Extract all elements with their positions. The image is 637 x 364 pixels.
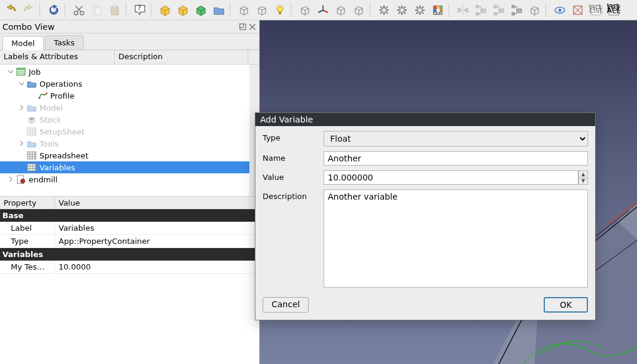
tree1-icon[interactable]: [473, 2, 489, 19]
whatsthis-icon[interactable]: ?: [132, 2, 148, 19]
property-row[interactable]: TypeApp::PropertyContainer: [0, 235, 259, 248]
combo-view-title: Combo View: [2, 22, 237, 32]
tree-scroll-gutter-header: [248, 50, 259, 64]
tree-item-job[interactable]: Job: [0, 66, 259, 78]
undo-icon[interactable]: [2, 2, 19, 19]
partslistall-icon[interactable]: PartsListALL: [605, 2, 622, 19]
boxwire1-icon[interactable]: [236, 2, 252, 19]
combo-view-titlebar: Combo View: [0, 20, 259, 33]
boxshift-icon[interactable]: [350, 2, 367, 19]
spin-down-icon[interactable]: ▼: [579, 178, 587, 185]
axes-icon[interactable]: [315, 2, 331, 19]
gear2-icon[interactable]: [394, 2, 410, 19]
property-header-property[interactable]: Property: [0, 197, 55, 209]
copy-icon[interactable]: [89, 2, 105, 19]
svg-rect-5: [113, 5, 117, 8]
property-row[interactable]: My Tes…10.0000: [0, 261, 259, 274]
bulb-icon[interactable]: [272, 2, 288, 19]
description-textarea[interactable]: Another variable: [324, 189, 588, 287]
folder-icon: [26, 79, 37, 88]
property-value[interactable]: App::PropertyContainer: [55, 235, 259, 247]
paste-icon[interactable]: [106, 2, 123, 19]
boxpersp-icon[interactable]: [333, 2, 349, 19]
tree-item-label: endmill: [29, 175, 57, 184]
toolbar-separator: [545, 3, 549, 17]
svg-point-12: [401, 9, 403, 11]
ok-button[interactable]: OK: [544, 297, 588, 313]
tree-item-label: Job: [29, 68, 41, 77]
value-input[interactable]: [324, 170, 578, 185]
property-header-value[interactable]: Value: [55, 197, 259, 209]
model-tree[interactable]: JobOperationsProfileModelStockSetupSheet…: [0, 65, 259, 196]
svg-rect-3: [95, 8, 101, 15]
tree2-icon[interactable]: [490, 2, 507, 19]
panel-float-icon[interactable]: [239, 23, 247, 31]
label-value: Value: [263, 170, 319, 182]
property-key: My Tes…: [0, 261, 55, 273]
toolbar-separator: [370, 3, 373, 17]
svg-rect-30: [518, 9, 522, 13]
expander-icon[interactable]: [18, 80, 25, 87]
tab-tasks[interactable]: Tasks: [45, 35, 84, 50]
toolbar-separator: [65, 3, 68, 17]
box-yellow-icon[interactable]: [157, 2, 173, 19]
property-value[interactable]: Variables: [55, 222, 259, 234]
eye-icon[interactable]: [551, 2, 568, 19]
refresh-icon[interactable]: [45, 2, 62, 19]
svg-point-32: [559, 8, 562, 11]
expander-icon[interactable]: [7, 68, 14, 75]
spin-up-icon[interactable]: ▲: [579, 171, 587, 178]
expander-icon[interactable]: [7, 176, 14, 183]
expander-icon[interactable]: [18, 140, 25, 147]
tree-item-label: Variables: [39, 163, 75, 172]
svg-rect-41: [240, 24, 246, 30]
cancel-button[interactable]: Cancel: [263, 297, 309, 313]
tree-item-stock[interactable]: Stock: [0, 114, 259, 126]
expander-icon[interactable]: [18, 104, 25, 111]
treebox-icon[interactable]: [508, 2, 525, 19]
partslist-icon[interactable]: PartsList: [587, 2, 604, 19]
tree-item-spreadsheet[interactable]: Spreadsheet: [0, 149, 259, 161]
toolbar-separator: [126, 3, 129, 17]
tree-header-description[interactable]: Description: [115, 50, 248, 64]
redo-icon[interactable]: [20, 2, 37, 19]
mirror-icon[interactable]: [455, 2, 471, 19]
property-row[interactable]: LabelVariables: [0, 222, 259, 235]
panel-close-icon[interactable]: [248, 23, 257, 31]
folder-icon[interactable]: [211, 2, 227, 19]
crossbox-icon[interactable]: [569, 2, 586, 19]
property-value[interactable]: 10.0000: [55, 261, 259, 273]
tree-item-operations[interactable]: Operations: [0, 78, 259, 90]
tree-item-tools[interactable]: Tools: [0, 137, 259, 149]
boxdash-icon[interactable]: [297, 2, 313, 19]
gear1-icon[interactable]: [376, 2, 392, 19]
tree-item-endmill[interactable]: endmill: [0, 173, 259, 185]
svg-rect-44: [17, 68, 25, 70]
tree-item-label: Operations: [39, 79, 82, 88]
cut-icon[interactable]: [71, 2, 87, 19]
boxstack-icon[interactable]: [526, 2, 543, 19]
tree-header-labels[interactable]: Labels & Attributes: [0, 50, 115, 64]
gear3-icon[interactable]: [412, 2, 428, 19]
svg-rect-17: [437, 6, 440, 9]
box-green-icon[interactable]: [193, 2, 209, 19]
tree-item-variables[interactable]: Variables: [0, 161, 259, 173]
svg-point-10: [383, 9, 385, 11]
toolbar-separator: [449, 3, 452, 17]
type-select[interactable]: Float: [324, 131, 588, 146]
svg-text:?: ?: [138, 4, 142, 12]
tree-item-label: Stock: [39, 115, 61, 124]
toolbar-separator: [39, 3, 43, 17]
box-yellow2-icon[interactable]: [175, 2, 191, 19]
tree-item-model[interactable]: Model: [0, 102, 259, 114]
tree-item-setupsheet[interactable]: SetupSheet: [0, 126, 259, 137]
spin-buttons[interactable]: ▲▼: [578, 170, 588, 185]
boxwire2-icon[interactable]: [254, 2, 270, 19]
name-input[interactable]: [324, 151, 588, 166]
svg-rect-18: [440, 6, 442, 9]
rubik-icon[interactable]: [429, 2, 446, 19]
value-spinbox[interactable]: ▲▼: [324, 170, 588, 185]
tab-model[interactable]: Model: [2, 36, 44, 50]
svg-rect-8: [279, 12, 281, 14]
tree-item-profile[interactable]: Profile: [0, 90, 259, 102]
